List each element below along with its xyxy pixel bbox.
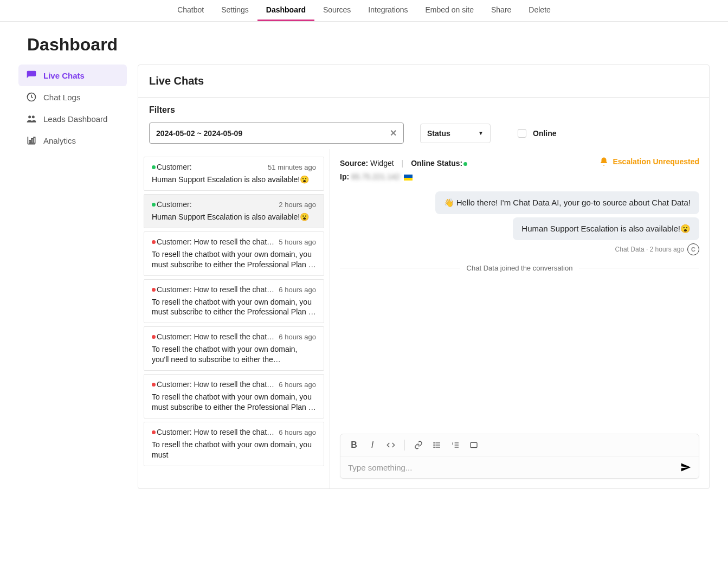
code-button[interactable] [383,437,399,453]
nav-chatbot[interactable]: Chatbot [169,0,212,21]
chat-item-time: 6 hours ago [279,333,316,341]
numbered-list-button[interactable] [447,437,463,453]
chat-list-item[interactable]: Customer: How to resell the chatbot …6 h… [144,422,324,466]
status-dot-icon [152,288,156,292]
flag-icon [404,175,413,181]
composer: B I Type something... [340,434,699,479]
nav-integrations[interactable]: Integrations [359,0,416,21]
svg-point-11 [434,442,434,443]
status-dot-icon [152,335,156,339]
bullet-list-button[interactable] [429,437,445,453]
chat-item-preview: To resell the chatbot with your own doma… [152,440,316,460]
ip-label: Ip: [340,172,349,181]
online-checkbox[interactable]: Online [518,129,557,138]
svg-point-13 [434,447,434,447]
sidebar-item-live-chats[interactable]: Live Chats [18,65,127,86]
status-dot-icon [152,240,156,244]
online-dot-icon [463,162,467,166]
status-dot-icon [152,165,156,169]
source-value: Widget [370,159,394,168]
page-title: Dashboard [0,22,728,65]
chat-panel: Source: Widget | Online Status: Ip: 65.7… [330,149,709,488]
caret-down-icon: ▼ [478,130,484,136]
message-meta: Chat Data · 2 hours agoC [615,243,699,255]
top-nav: ChatbotSettingsDashboardSourcesIntegrati… [0,0,728,22]
svg-point-2 [32,115,35,118]
chat-list-item[interactable]: Customer: How to resell the chatbot …5 h… [144,231,324,276]
sidebar: Live ChatsChat LogsLeads DashboardAnalyt… [18,65,127,489]
chat-list: Customer:51 minutes agoHuman Support Esc… [138,149,330,488]
chat-item-time: 6 hours ago [279,381,316,389]
bold-button[interactable]: B [346,437,362,453]
send-button[interactable] [680,462,691,473]
status-dot-icon [152,430,156,434]
chat-item-preview: To resell the chatbot with your own doma… [152,344,316,365]
sidebar-item-analytics[interactable]: Analytics [18,130,127,151]
nav-settings[interactable]: Settings [212,0,257,21]
svg-point-12 [434,445,434,445]
date-range-value: 2024-05-02 ~ 2024-05-09 [156,129,242,138]
composer-toolbar: B I [340,434,699,456]
chat-item-preview: To resell the chatbot with your own doma… [152,297,316,318]
svg-rect-7 [34,137,35,143]
status-select[interactable]: Status ▼ [420,124,491,143]
nav-delete[interactable]: Delete [520,0,559,21]
status-label: Status [427,129,450,138]
filters-label: Filters [149,105,698,115]
svg-rect-6 [31,139,33,143]
main-panel: Live Chats Filters 2024-05-02 ~ 2024-05-… [138,65,710,489]
avatar: C [687,243,699,255]
chat-list-item[interactable]: Customer: How to resell the chatbot …6 h… [144,326,324,371]
nav-embed-on-site[interactable]: Embed on site [416,0,482,21]
message: Human Support Escalation is also availab… [340,217,699,255]
escalation-status: Escalation Unrequested [599,157,700,166]
chat-item-preview: To resell the chatbot with your own doma… [152,392,316,413]
sidebar-item-leads-dashboard[interactable]: Leads Dashboard [18,108,127,130]
composer-placeholder: Type something... [348,463,680,472]
meta-separator: | [402,157,404,170]
chat-list-item[interactable]: Customer:51 minutes agoHuman Support Esc… [144,157,324,191]
filters: Filters 2024-05-02 ~ 2024-05-09 ✕ Status… [138,98,709,149]
chat-item-time: 51 minutes ago [268,163,316,171]
chat-item-time: 6 hours ago [279,286,316,294]
chat-list-item[interactable]: Customer:2 hours agoHuman Support Escala… [144,194,324,228]
message: 👋 Hello there! I'm Chat Data AI, your go… [340,191,699,214]
embed-button[interactable] [466,437,482,453]
link-button[interactable] [410,437,427,453]
online-status-label: Online Status: [411,159,462,168]
nav-dashboard[interactable]: Dashboard [257,0,314,21]
chat-meta: Source: Widget | Online Status: Ip: 65.7… [340,157,699,184]
bell-icon [599,157,609,166]
italic-button[interactable]: I [364,437,381,453]
escalation-text: Escalation Unrequested [613,157,700,166]
source-label: Source: [340,159,368,168]
status-dot-icon [152,203,156,207]
sidebar-item-chat-logs[interactable]: Chat Logs [18,86,127,108]
main-title: Live Chats [138,65,709,98]
chat-list-item[interactable]: Customer: How to resell the chatbot …6 h… [144,374,324,419]
svg-point-1 [28,115,31,118]
toolbar-separator [404,440,405,450]
ip-value: 65.75.221.142 [351,172,400,181]
chat-messages: 👋 Hello there! I'm Chat Data AI, your go… [340,191,699,434]
online-label: Online [533,129,557,138]
message-bubble: Human Support Escalation is also availab… [513,217,699,240]
status-dot-icon [152,383,156,387]
system-divider: Chat Data joined the conversation [340,264,699,272]
clear-date-icon[interactable]: ✕ [390,128,397,138]
nav-sources[interactable]: Sources [314,0,359,21]
checkbox-box [518,129,526,138]
chat-item-preview: To resell the chatbot with your own doma… [152,249,316,270]
composer-input[interactable]: Type something... [340,456,699,478]
chat-item-time: 6 hours ago [279,428,316,436]
chat-item-time: 5 hours ago [279,238,316,246]
nav-share[interactable]: Share [482,0,520,21]
chat-item-preview: Human Support Escalation is also availab… [152,212,316,222]
date-range-input[interactable]: 2024-05-02 ~ 2024-05-09 ✕ [149,123,404,144]
chat-item-preview: Human Support Escalation is also availab… [152,175,316,185]
chat-list-item[interactable]: Customer: How to resell the chatbot …6 h… [144,279,324,324]
svg-rect-5 [29,140,31,143]
chat-item-time: 2 hours ago [279,201,316,209]
svg-rect-17 [471,442,477,447]
message-bubble: 👋 Hello there! I'm Chat Data AI, your go… [435,191,699,214]
